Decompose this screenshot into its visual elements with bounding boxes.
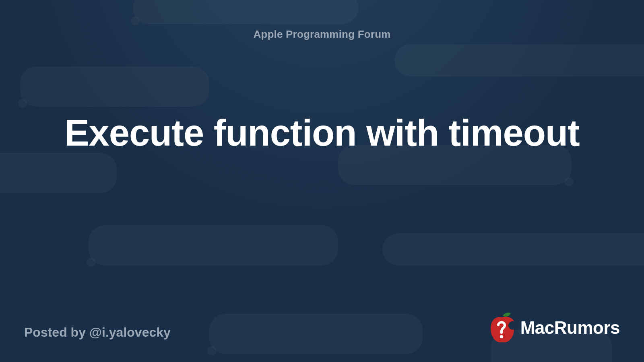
macrumors-apple-icon [487, 312, 516, 344]
bg-bubble [20, 66, 209, 107]
bg-bubble [209, 314, 423, 354]
bg-bubble [382, 233, 644, 265]
posted-by-prefix: Posted by [24, 325, 89, 339]
thread-title: Execute function with timeout [0, 111, 644, 155]
bg-bubble [0, 153, 117, 193]
brand-name: MacRumors [520, 318, 620, 338]
posted-by: Posted by @i.yalovecky [24, 325, 171, 340]
forum-name: Apple Programming Forum [0, 28, 644, 41]
brand: MacRumors [487, 312, 620, 344]
author-handle: @i.yalovecky [89, 325, 171, 339]
social-card: Apple Programming Forum Execute function… [0, 0, 644, 362]
bg-bubble [89, 225, 338, 265]
bg-bubble [133, 0, 358, 24]
svg-point-0 [500, 335, 503, 338]
bg-bubble [394, 44, 644, 76]
